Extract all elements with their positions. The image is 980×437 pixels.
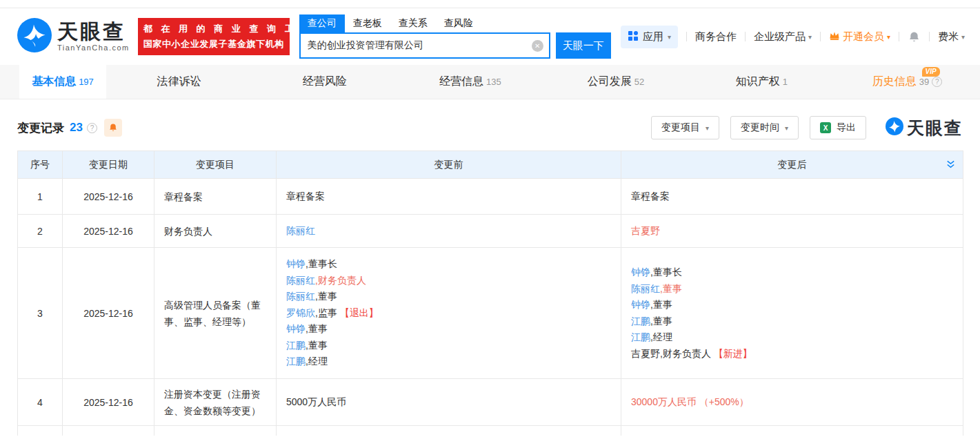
change-text: 吉夏野 [631,225,660,236]
excel-icon: X [820,122,831,133]
help-icon[interactable]: ? [932,77,942,87]
person-link[interactable]: 江鹏 [631,315,650,327]
nav-cooperation[interactable]: 商务合作 [695,30,737,43]
slogan-line-1: 都 在 用 的 商 业 查 询 工 具 [143,23,284,35]
person-link[interactable]: 钟铮 [631,266,650,278]
change-record-header: 变更记录 23 ? 变更项目 ▾ 变更时间 ▾ X 导出 天眼查 [17,116,963,139]
page: { "brand": { "name": "天眼查", "domain": "T… [0,0,980,437]
person-link[interactable]: 江鹏 [286,340,306,351]
search-input[interactable] [301,34,549,57]
person-link[interactable]: 江鹏 [286,356,306,367]
tab-label: 经营风险 [303,75,347,89]
tab-label: 公司发展 [588,75,632,89]
cell-before: 5000万人民币 [277,379,621,426]
search-tab-risk[interactable]: 查风险 [436,14,481,32]
chevron-down-icon: ▾ [668,33,671,41]
tab-legal[interactable]: 法律诉讼 [106,65,252,99]
tab-business-info[interactable]: 经营信息135 [397,65,543,99]
tab-count: 1 [783,77,788,87]
change-text: ,财务负责人 [315,275,366,286]
notification-bell-icon[interactable] [908,30,921,43]
change-text: 吉夏野,财务负责人 [631,348,711,359]
nav-divider [899,32,899,41]
change-text: ,董事 [315,291,337,302]
tab-label: 经营信息 [439,75,483,89]
change-line: 钟铮,董事长 [631,264,953,281]
tab-operation-risk[interactable]: 经营风险 [252,65,397,99]
tab-history[interactable]: 历史信息39?VIP [834,65,980,99]
filter-change-time-button[interactable]: 变更时间 ▾ [730,116,799,139]
nav-enterprise[interactable]: 企业级产品 ▾ [754,30,812,43]
cell-before: 陈丽红 [277,215,621,248]
change-line: 30000万人民币 （+500%） [631,394,953,411]
section-count: 23 [70,121,83,135]
table-row: 12025-12-16章程备案章程备案章程备案 [18,179,963,215]
cell-seq: 4 [18,379,63,426]
tab-basic-info[interactable]: 基本信息197 [19,65,106,99]
cell-date: 2025-12-16 [63,248,154,379]
table-row: 22025-12-16财务负责人陈丽红吉夏野 [18,215,963,248]
filter-change-item-button[interactable]: 变更项目 ▾ [651,116,719,139]
person-link[interactable]: 陈丽红 [286,291,315,302]
watermark-logo: 天眼查 [886,117,963,139]
person-link[interactable]: 钟铮 [631,299,650,310]
help-icon[interactable]: ? [87,123,97,133]
cell-item: 章程备案 [154,179,277,215]
search-area: 查公司 查老板 查关系 查风险 ✕ 天眼一下 [299,14,611,59]
search-button[interactable]: 天眼一下 [556,32,611,59]
cell-item: 财务负责人 [154,215,277,248]
chevron-down-icon: ▾ [785,124,788,132]
tab-count: 52 [634,77,644,87]
subscribe-bell-button[interactable] [104,119,122,137]
chevron-down-icon: ▾ [961,33,965,41]
nav-user-label: 费米 [938,30,959,43]
change-text: ,经理 [650,331,672,342]
tab-count: 197 [79,77,94,87]
person-link[interactable]: 陈丽红 [286,275,315,286]
person-link[interactable]: 陈丽红 [286,225,315,236]
brand-domain: TianYanCha.com [57,43,130,52]
export-button[interactable]: X 导出 [810,116,866,139]
collapse-all-icon[interactable] [946,159,956,172]
search-tabs: 查公司 查老板 查关系 查风险 [299,14,611,32]
person-link[interactable]: 江鹏 [631,331,650,342]
search-tab-company[interactable]: 查公司 [299,14,345,32]
apps-menu[interactable]: 应用 ▾ [621,26,678,48]
cell-after: 30000万人民币 （+500%） [621,379,963,426]
search-tab-boss[interactable]: 查老板 [345,14,390,32]
cell-after: 钟铮,董事长陈丽红,董事钟铮,董事江鹏,董事江鹏,经理吉夏野,财务负责人 【新进… [621,248,963,379]
brand-logo[interactable]: 天眼查 TianYanCha.com [17,18,130,55]
filter-change-item-label: 变更项目 [661,122,700,134]
change-text: ,董事 [306,323,328,334]
nav-open-vip[interactable]: 开通会员 ▾ [829,30,890,43]
change-record-table: 序号 变更日期 变更项目 变更前 变更后 12025-12-16章程备案章程备案… [17,150,963,436]
change-text: ,董事 [660,283,682,294]
change-text: 章程备案 [286,191,325,202]
change-text: ,董事 [306,340,328,351]
change-line: 江鹏,经理 [286,353,611,370]
change-line: 吉夏野,财务负责人 【新进】 [631,346,953,362]
vip-badge: VIP [922,67,940,77]
clear-icon[interactable]: ✕ [532,40,543,52]
tab-label: 法律诉讼 [157,75,201,89]
cell-seq: 2 [18,215,63,248]
person-link[interactable]: 钟铮 [286,258,306,269]
filter-change-time-label: 变更时间 [741,122,779,134]
chevron-down-icon: ▾ [706,124,709,132]
table-row: 32025-12-16高级管理人员备案（董事、监事、经理等）钟铮,董事长陈丽红,… [18,248,963,379]
tianyancha-swirl-icon [17,18,52,55]
tab-intellectual-property[interactable]: 知识产权1 [689,65,834,99]
change-text: 30000万人民币 （+500%） [631,396,749,407]
section-title: 变更记录 [17,120,64,136]
change-line: 钟铮,董事长 [286,256,611,273]
person-link[interactable]: 钟铮 [286,323,306,334]
crown-icon [829,31,840,43]
brand-name: 天眼查 [57,21,130,42]
tab-development[interactable]: 公司发展52 [543,65,689,99]
nav-divider [686,32,687,41]
nav-user-menu[interactable]: 费米 ▾ [938,30,965,43]
change-line: 罗锦欣,监事 【退出】 [286,305,611,322]
person-link[interactable]: 罗锦欣 [286,307,315,318]
person-link[interactable]: 陈丽红 [631,283,660,294]
search-tab-relation[interactable]: 查关系 [390,14,436,32]
